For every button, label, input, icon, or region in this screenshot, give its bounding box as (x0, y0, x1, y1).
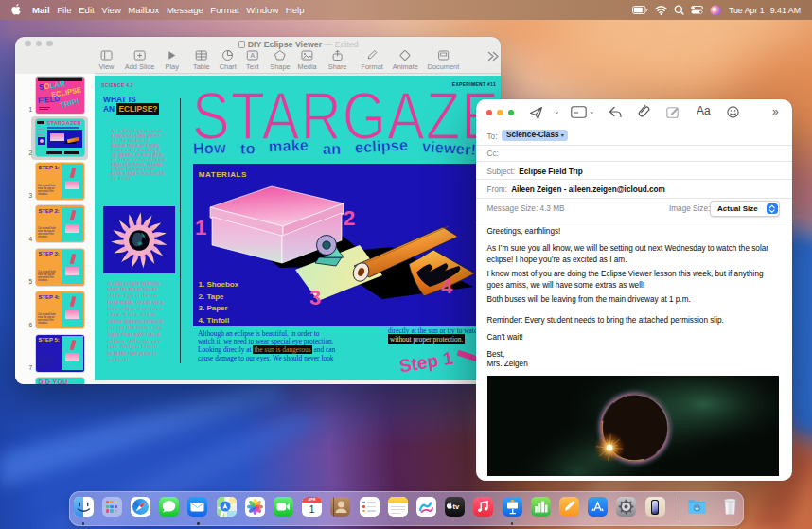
svg-text:4: 4 (441, 274, 453, 298)
svg-text:MATERIALS: MATERIALS (198, 170, 246, 179)
svg-text:tv: tv (453, 503, 460, 511)
svg-text:A: A (251, 52, 256, 59)
svg-text:1. Shoebox: 1. Shoebox (198, 280, 238, 289)
svg-text:2: 2 (344, 206, 355, 230)
svg-text:4. Tinfoil: 4. Tinfoil (198, 316, 229, 325)
svg-text:1: 1 (195, 216, 206, 239)
svg-text:3: 3 (309, 286, 321, 309)
svg-text:2. Tape: 2. Tape (198, 292, 224, 301)
svg-text:3. Paper: 3. Paper (198, 304, 227, 312)
